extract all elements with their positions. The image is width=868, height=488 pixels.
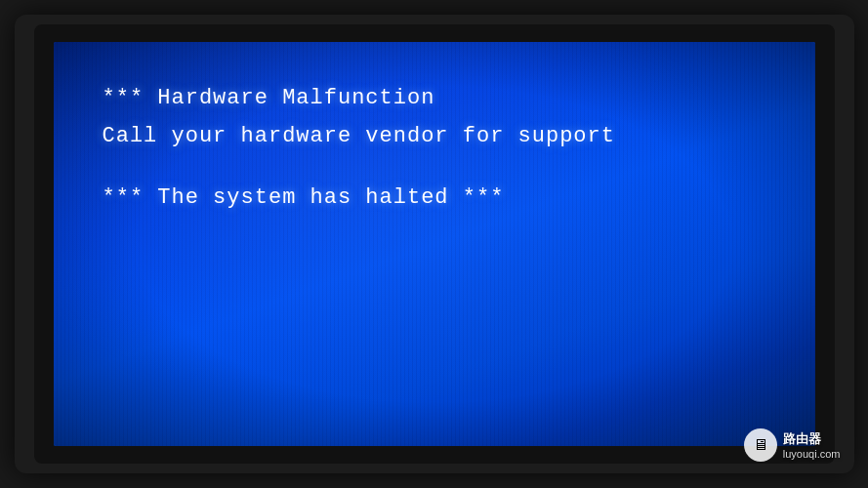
screen-content: *** Hardware Malfunction Call your hardw… [54, 42, 815, 255]
watermark: 🖥 路由器 luyouqi.com [744, 428, 841, 462]
watermark-text-block: 路由器 luyouqi.com [783, 430, 841, 460]
system-halted-text: *** The system has halted *** [103, 185, 505, 210]
watermark-icon: 🖥 [744, 428, 777, 462]
watermark-emoji: 🖥 [753, 436, 768, 454]
photo-frame: *** Hardware Malfunction Call your hardw… [15, 15, 854, 473]
error-text-block: *** Hardware Malfunction Call your hardw… [103, 81, 766, 216]
laptop-bezel: *** Hardware Malfunction Call your hardw… [34, 24, 835, 464]
error-line-1: *** Hardware Malfunction [103, 81, 766, 115]
vendor-support-text: Call your hardware vendor for support [103, 124, 615, 148]
bsod-screen: *** Hardware Malfunction Call your hardw… [54, 42, 815, 446]
watermark-cn-label: 路由器 [783, 430, 821, 448]
error-line-3: *** The system has halted *** [103, 181, 766, 215]
hardware-malfunction-text: *** Hardware Malfunction [103, 86, 435, 110]
error-line-2: Call your hardware vendor for support [103, 119, 766, 153]
watermark-en-label: luyouqi.com [783, 448, 841, 460]
